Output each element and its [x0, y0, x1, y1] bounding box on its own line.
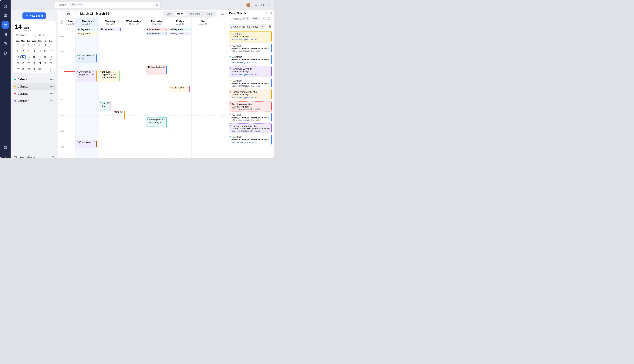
mini-day[interactable]: 9	[31, 49, 37, 53]
nav-chat[interactable]	[2, 50, 9, 57]
next-button[interactable]	[73, 12, 77, 16]
panel-next[interactable]	[265, 12, 268, 15]
event-result[interactable]: Event titleMarch 15, 9:00 AM - March 15,…	[229, 78, 272, 88]
calendar-item[interactable]: Calendar•••	[13, 90, 56, 97]
mini-day[interactable]: 25	[43, 61, 48, 65]
search-icon[interactable]	[155, 3, 159, 6]
event-link[interactable]: https://meetinglink.zoom.us/	[231, 61, 257, 64]
mini-day[interactable]: 31	[37, 67, 43, 71]
event-result[interactable]: Event titleMarch 14, 9:00 AM - March 14,…	[229, 112, 272, 122]
calendar-event[interactable]: Oop s...	[100, 101, 111, 111]
nav-collapse[interactable]	[2, 153, 9, 158]
mini-day[interactable]: 1	[26, 43, 31, 47]
calendar-item[interactable]: Calendar•••	[13, 83, 56, 90]
window-close[interactable]	[268, 3, 271, 6]
mini-day[interactable]: 14	[20, 55, 26, 59]
year-select[interactable]: 2022	[37, 33, 54, 38]
day-column[interactable]	[122, 36, 145, 158]
all-day-event[interactable]: All day event	[146, 28, 167, 31]
view-multi-week[interactable]: Multi-week	[186, 12, 203, 16]
day-header-cell[interactable]: ThursdayMarch 17	[145, 18, 168, 27]
mini-day[interactable]: 15	[26, 55, 31, 59]
all-day-event[interactable]: All day event	[100, 28, 121, 31]
day-header-cell[interactable]: FridayMarch 18	[168, 18, 191, 27]
event-link[interactable]: https://meetinglink.zoom.us/	[232, 38, 257, 41]
all-day-cell[interactable]	[122, 27, 145, 36]
mini-day[interactable]: 28	[20, 43, 26, 47]
mini-day[interactable]: 23	[31, 61, 37, 65]
mini-day[interactable]: 17	[37, 55, 43, 59]
day-column[interactable]: Not on the hourPending event that change…	[145, 36, 168, 158]
mini-day[interactable]: 12	[48, 49, 54, 53]
event-filter-dropdown[interactable]: Events in the next 7 days	[229, 24, 266, 30]
day-header-cell[interactable]: SunMarch 13	[65, 18, 75, 27]
event-result[interactable]: Event titleMarch 14, All dayhttps://meet…	[229, 31, 272, 42]
all-day-cell[interactable]: All day event	[99, 27, 122, 36]
event-result[interactable]: Pending event titleMarch 15, All day123 …	[229, 102, 272, 112]
calendar-event[interactable]: Not on the hour	[146, 65, 167, 75]
calendar-event[interactable]: 30 min event	[169, 86, 190, 92]
view-week[interactable]: Week	[174, 12, 186, 16]
more-icon[interactable]: •••	[50, 99, 54, 102]
window-minimize[interactable]	[254, 3, 257, 6]
search-icon[interactable]	[267, 17, 271, 20]
mini-day[interactable]: 22	[26, 61, 31, 65]
calendar-event[interactable]: 1hr event happening this time tomorrow	[100, 70, 121, 82]
mini-day[interactable]: 20	[15, 61, 20, 65]
event-link[interactable]: https://meetinglink.zoom.us/	[232, 96, 257, 99]
mini-day[interactable]: 1	[43, 67, 48, 71]
day-column[interactable]	[191, 36, 215, 158]
event-link[interactable]: https://meetinglink.zoom.us/	[232, 73, 257, 76]
calendar-item[interactable]: Calendar•••	[13, 98, 56, 104]
day-column[interactable]	[65, 36, 75, 158]
day-header-cell[interactable]: MondayMarch 14	[75, 18, 99, 27]
mini-day[interactable]: 29	[26, 67, 31, 71]
mini-day[interactable]: 4	[43, 43, 48, 47]
panel-prev[interactable]	[262, 12, 264, 15]
nav-mail[interactable]	[2, 12, 9, 19]
all-day-event[interactable]: All day event	[76, 28, 98, 31]
more-icon[interactable]: •••	[50, 78, 54, 81]
calendar-event[interactable]: 30 min event	[76, 140, 97, 148]
all-day-cell[interactable]: All day eventAll day event	[75, 27, 99, 36]
all-day-cell[interactable]: All day eventAll day event	[168, 27, 191, 36]
new-calendar-button[interactable]: New Calendar...	[19, 156, 38, 158]
event-result[interactable]: Pending Event titleMarch 16, All dayhttp…	[229, 66, 272, 77]
day-column[interactable]: 30 min event at noon...1hr event at happ…	[75, 36, 99, 158]
today-button[interactable]	[66, 12, 71, 16]
day-column[interactable]	[215, 36, 227, 158]
nav-calendar[interactable]	[2, 21, 9, 29]
more-icon[interactable]: •••	[50, 92, 54, 96]
view-settings-icon[interactable]	[220, 11, 225, 16]
prev-button[interactable]	[60, 12, 64, 16]
mini-day[interactable]: 7	[20, 49, 26, 53]
mini-day[interactable]: 19	[48, 55, 54, 59]
view-month[interactable]: Month	[204, 12, 216, 16]
mini-day[interactable]: 18	[43, 55, 48, 59]
all-day-event[interactable]: All day event	[146, 32, 167, 36]
nav-settings[interactable]	[2, 144, 9, 151]
day-column[interactable]: 1hr event happening this time tomorrowOo…	[99, 36, 122, 158]
day-header-cell[interactable]: TuesdayMarch 15	[99, 18, 122, 27]
mini-day[interactable]: 26	[48, 61, 54, 65]
day-column[interactable]: 30 min event	[168, 36, 191, 158]
mini-day[interactable]: 2	[31, 43, 37, 47]
nav-tasks[interactable]	[2, 40, 9, 48]
event-result[interactable]: Unconfirmed event titleMarch 15, 9:00 AM…	[229, 123, 272, 133]
view-day[interactable]: Day	[164, 12, 174, 16]
mini-day[interactable]: 13	[15, 55, 20, 59]
nav-contacts[interactable]	[2, 30, 9, 38]
all-day-event[interactable]: All day event	[76, 32, 98, 36]
all-day-cell[interactable]	[191, 27, 215, 36]
nav-home[interactable]	[2, 2, 9, 10]
event-result[interactable]: Event titleMarch 15, 9:00 AM - March 15,…	[229, 54, 272, 65]
mini-day[interactable]: 28	[20, 67, 26, 71]
event-result[interactable]: Event titleMarch 14, 9:00 AM - March 14,…	[229, 44, 272, 53]
calendar-event[interactable]: 30 min event at noon...	[76, 54, 97, 63]
all-day-event[interactable]: All day event	[169, 32, 191, 36]
avatar[interactable]	[246, 2, 251, 7]
panel-collapse[interactable]	[269, 12, 272, 15]
mini-day[interactable]: 2	[48, 67, 54, 71]
mini-day[interactable]: 27	[15, 67, 20, 71]
event-link[interactable]: https://meetinglink.zoom.us/	[231, 142, 257, 144]
